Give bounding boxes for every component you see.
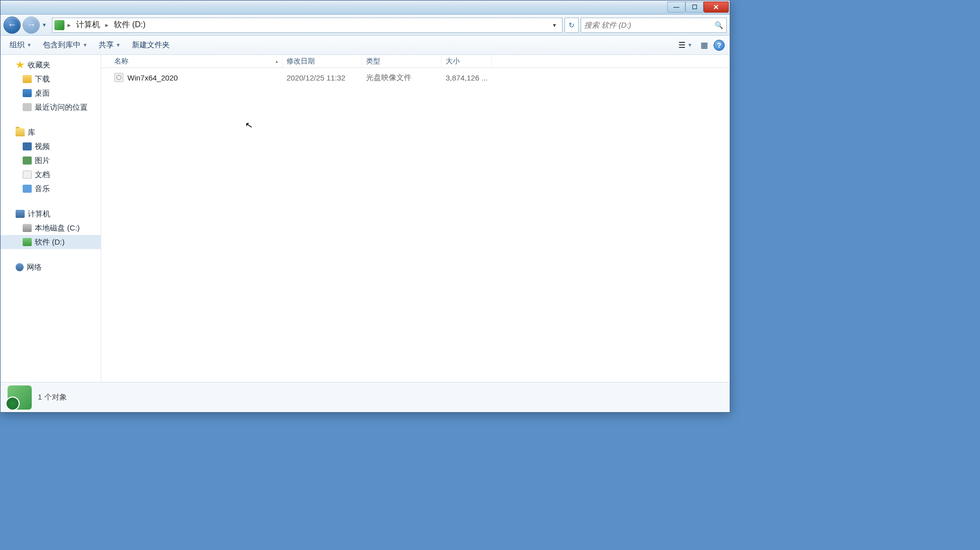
sidebar-favorites[interactable]: 收藏夹 — [1, 58, 101, 72]
minimize-button[interactable]: — — [667, 2, 685, 13]
file-row[interactable]: Win7x64_2020 2020/12/25 11:32 光盘映像文件 3,8… — [101, 70, 730, 85]
preview-pane-icon: ▦ — [701, 40, 708, 50]
breadcrumb-computer[interactable]: 计算机 — [74, 19, 102, 31]
breadcrumb-separator-icon[interactable]: ▸ — [104, 21, 110, 29]
video-icon — [23, 142, 32, 150]
drive-icon — [23, 224, 32, 232]
title-bar[interactable]: — ☐ ✕ — [1, 1, 730, 15]
forward-button[interactable]: → — [23, 17, 40, 34]
arrow-right-icon: → — [27, 20, 36, 30]
help-icon: ? — [717, 41, 722, 49]
chevron-down-icon: ▼ — [116, 42, 121, 48]
iso-file-icon — [114, 73, 123, 82]
column-label: 大小 — [446, 57, 460, 66]
sidebar-item-downloads[interactable]: 下载 — [1, 72, 101, 86]
column-header-type[interactable]: 类型 — [362, 55, 442, 67]
column-header-size[interactable]: 大小 — [442, 55, 492, 67]
sidebar-label: 收藏夹 — [28, 60, 50, 70]
navigation-area: ← → ▼ ▸ 计算机 ▸ 软件 (D:) ▾ ↻ 🔍 — [1, 15, 730, 36]
network-group: 网络 — [1, 260, 101, 274]
column-header-name[interactable]: 名称 ▴ — [110, 55, 283, 67]
navigation-sidebar: 收藏夹 下载 桌面 最近访问的位置 库 — [1, 55, 101, 382]
recent-icon — [23, 103, 32, 111]
sidebar-label: 音乐 — [35, 184, 50, 194]
breadcrumb-separator-icon[interactable]: ▸ — [66, 21, 72, 29]
view-list-icon: ☰ — [678, 40, 685, 50]
download-icon — [23, 75, 32, 83]
new-folder-button[interactable]: 新建文件夹 — [128, 38, 174, 52]
sidebar-item-drive-d[interactable]: 软件 (D:) — [1, 235, 101, 249]
library-icon — [16, 128, 25, 136]
sidebar-label: 桌面 — [35, 89, 50, 98]
address-dropdown-icon[interactable]: ▾ — [549, 22, 560, 29]
include-label: 包含到库中 — [43, 40, 81, 50]
column-label: 修改日期 — [287, 57, 315, 66]
network-icon — [16, 263, 24, 271]
sidebar-label: 文档 — [35, 170, 50, 180]
column-label: 类型 — [366, 57, 380, 66]
toolbar: 组织 ▼ 包含到库中 ▼ 共享 ▼ 新建文件夹 ☰ ▼ ▦ ? — [1, 36, 730, 55]
chevron-down-icon: ▼ — [27, 42, 32, 48]
sidebar-label: 本地磁盘 (C:) — [35, 223, 80, 233]
status-text: 1 个对象 — [38, 392, 67, 402]
minimize-icon: — — [673, 4, 679, 11]
refresh-button[interactable]: ↻ — [565, 18, 579, 33]
maximize-icon: ☐ — [692, 4, 697, 11]
music-icon — [23, 185, 32, 193]
sidebar-libraries[interactable]: 库 — [1, 125, 101, 139]
chevron-down-icon: ▼ — [42, 22, 47, 28]
sidebar-network[interactable]: 网络 — [1, 260, 101, 274]
sidebar-item-videos[interactable]: 视频 — [1, 139, 101, 153]
share-button[interactable]: 共享 ▼ — [95, 38, 125, 52]
file-name: Win7x64_2020 — [127, 73, 178, 82]
window-controls: — ☐ ✕ — [667, 2, 729, 13]
organize-button[interactable]: 组织 ▼ — [6, 38, 36, 52]
sidebar-item-pictures[interactable]: 图片 — [1, 153, 101, 168]
search-input[interactable] — [584, 21, 715, 29]
chevron-down-icon: ▼ — [687, 42, 692, 48]
sidebar-label: 视频 — [35, 142, 50, 151]
sidebar-label: 最近访问的位置 — [35, 103, 88, 112]
search-icon[interactable]: 🔍 — [715, 21, 723, 29]
explorer-window: — ☐ ✕ ← → ▼ ▸ 计算机 ▸ 软件 (D:) ▾ ↻ 🔍 组织 ▼ — [0, 0, 730, 413]
libraries-group: 库 视频 图片 文档 音乐 — [1, 125, 101, 196]
include-library-button[interactable]: 包含到库中 ▼ — [39, 38, 92, 52]
sort-asc-icon: ▴ — [275, 58, 278, 64]
view-button[interactable]: ☰ ▼ — [676, 40, 694, 50]
image-icon — [23, 156, 32, 165]
arrow-left-icon: ← — [8, 20, 17, 30]
organize-label: 组织 — [10, 40, 25, 50]
drive-icon — [23, 238, 32, 246]
file-list[interactable]: Win7x64_2020 2020/12/25 11:32 光盘映像文件 3,8… — [101, 68, 730, 382]
column-label: 名称 — [114, 57, 128, 66]
star-icon — [16, 61, 25, 69]
close-button[interactable]: ✕ — [704, 2, 729, 13]
sidebar-item-recent[interactable]: 最近访问的位置 — [1, 100, 101, 114]
status-bar: 1 个对象 — [1, 382, 730, 412]
chevron-down-icon: ▼ — [83, 42, 88, 48]
column-header-date[interactable]: 修改日期 — [283, 55, 362, 67]
search-box[interactable]: 🔍 — [581, 18, 727, 33]
sidebar-item-music[interactable]: 音乐 — [1, 182, 101, 196]
sidebar-label: 下载 — [35, 74, 50, 84]
new-folder-label: 新建文件夹 — [132, 40, 170, 50]
sidebar-computer[interactable]: 计算机 — [1, 207, 101, 221]
computer-group: 计算机 本地磁盘 (C:) 软件 (D:) — [1, 207, 101, 249]
preview-pane-button[interactable]: ▦ — [697, 39, 711, 52]
share-label: 共享 — [99, 40, 114, 50]
back-button[interactable]: ← — [4, 17, 21, 34]
sidebar-item-drive-c[interactable]: 本地磁盘 (C:) — [1, 221, 101, 235]
help-button[interactable]: ? — [714, 40, 725, 51]
maximize-button[interactable]: ☐ — [685, 2, 704, 13]
document-icon — [23, 171, 32, 179]
sidebar-item-documents[interactable]: 文档 — [1, 168, 101, 182]
sidebar-label: 计算机 — [28, 209, 50, 219]
content-area: 收藏夹 下载 桌面 最近访问的位置 库 — [1, 55, 730, 382]
address-bar[interactable]: ▸ 计算机 ▸ 软件 (D:) ▾ — [52, 18, 563, 33]
sidebar-item-desktop[interactable]: 桌面 — [1, 86, 101, 100]
history-dropdown[interactable]: ▼ — [42, 17, 50, 34]
file-list-area: 名称 ▴ 修改日期 类型 大小 Win7x64_2020 — [101, 55, 730, 382]
desktop-icon — [23, 89, 32, 97]
breadcrumb-drive[interactable]: 软件 (D:) — [112, 19, 148, 31]
refresh-icon: ↻ — [569, 21, 575, 29]
